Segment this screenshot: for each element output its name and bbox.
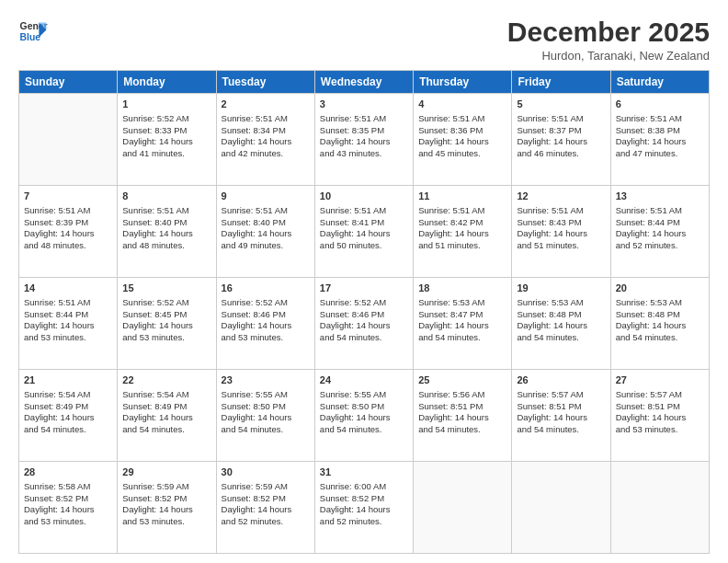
day-info-line: Daylight: 14 hours (320, 504, 408, 516)
day-info-line: and 53 minutes. (122, 516, 210, 528)
day-info-line: and 52 minutes. (320, 516, 408, 528)
day-info-line: and 53 minutes. (24, 516, 112, 528)
day-number: 4 (418, 98, 506, 111)
day-info-line: Sunset: 8:38 PM (616, 125, 704, 137)
day-info-line: Sunrise: 5:51 AM (222, 113, 310, 125)
day-info-line: Sunset: 8:34 PM (222, 125, 310, 137)
day-info-line: Daylight: 14 hours (320, 412, 408, 424)
day-info-line: Sunset: 8:48 PM (616, 309, 704, 321)
day-info-line: Sunset: 8:45 PM (122, 309, 210, 321)
day-info-line: Sunset: 8:40 PM (222, 217, 310, 229)
day-info-line: Sunset: 8:44 PM (24, 309, 112, 321)
calendar-cell: 7Sunrise: 5:51 AMSunset: 8:39 PMDaylight… (19, 186, 118, 278)
calendar-cell: 14Sunrise: 5:51 AMSunset: 8:44 PMDayligh… (19, 278, 118, 370)
day-number: 15 (122, 282, 210, 295)
day-info-line: and 54 minutes. (24, 424, 112, 436)
calendar-cell: 22Sunrise: 5:54 AMSunset: 8:49 PMDayligh… (118, 370, 216, 462)
day-info-line: and 52 minutes. (222, 516, 310, 528)
day-number: 19 (517, 282, 605, 295)
day-info-line: Daylight: 14 hours (320, 228, 408, 240)
day-info-line: Sunset: 8:51 PM (418, 401, 506, 413)
day-info-line: and 43 minutes. (320, 148, 408, 160)
day-info-line: Daylight: 14 hours (517, 412, 605, 424)
day-number: 28 (24, 465, 112, 479)
day-info-line: Sunrise: 5:55 AM (320, 389, 408, 401)
day-number: 29 (122, 465, 210, 479)
day-number: 7 (24, 190, 112, 203)
day-info-line: Sunset: 8:44 PM (616, 217, 704, 229)
day-info-line: Sunset: 8:33 PM (122, 125, 210, 137)
day-info-line: Sunrise: 5:51 AM (517, 113, 605, 125)
day-info-line: and 54 minutes. (320, 424, 408, 436)
day-info-line: Sunset: 8:36 PM (418, 125, 506, 137)
day-info-line: and 50 minutes. (320, 240, 408, 252)
day-info-line: Sunset: 8:49 PM (122, 401, 210, 413)
page-subtitle: Hurdon, Taranaki, New Zealand (507, 49, 710, 63)
weekday-header-sunday: Sunday (19, 71, 118, 94)
weekday-header-saturday: Saturday (610, 71, 709, 94)
calendar-cell: 26Sunrise: 5:57 AMSunset: 8:51 PMDayligh… (512, 370, 610, 462)
day-info-line: Sunset: 8:51 PM (616, 401, 704, 413)
calendar-cell: 31Sunrise: 6:00 AMSunset: 8:52 PMDayligh… (314, 462, 413, 554)
day-number: 17 (320, 282, 408, 295)
day-number: 21 (24, 373, 112, 387)
day-number: 10 (320, 190, 408, 203)
day-info-line: Sunrise: 5:59 AM (222, 481, 310, 493)
day-info-line: Sunset: 8:50 PM (222, 401, 310, 413)
day-info-line: and 51 minutes. (418, 240, 506, 252)
calendar-table: SundayMondayTuesdayWednesdayThursdayFrid… (18, 70, 710, 554)
day-number: 8 (122, 190, 210, 203)
calendar-cell (414, 462, 512, 554)
day-info-line: Daylight: 14 hours (222, 228, 310, 240)
day-info-line: Sunrise: 5:57 AM (616, 389, 704, 401)
day-number: 11 (418, 190, 506, 203)
day-info-line: Sunset: 8:37 PM (517, 125, 605, 137)
day-info-line: Daylight: 14 hours (222, 412, 310, 424)
calendar-cell: 20Sunrise: 5:53 AMSunset: 8:48 PMDayligh… (610, 278, 709, 370)
day-info-line: and 54 minutes. (517, 332, 605, 344)
calendar-cell: 11Sunrise: 5:51 AMSunset: 8:42 PMDayligh… (414, 186, 512, 278)
day-info-line: Sunset: 8:52 PM (24, 493, 112, 505)
day-info-line: Sunrise: 5:53 AM (616, 297, 704, 309)
day-info-line: Daylight: 14 hours (320, 136, 408, 148)
calendar-cell: 2Sunrise: 5:51 AMSunset: 8:34 PMDaylight… (216, 94, 314, 186)
day-info-line: Sunrise: 5:54 AM (24, 389, 112, 401)
day-info-line: Sunrise: 5:52 AM (222, 297, 310, 309)
day-info-line: and 54 minutes. (122, 424, 210, 436)
calendar-cell: 18Sunrise: 5:53 AMSunset: 8:47 PMDayligh… (414, 278, 512, 370)
day-info-line: Sunrise: 5:51 AM (418, 205, 506, 217)
weekday-header-friday: Friday (512, 71, 610, 94)
calendar-cell (610, 462, 709, 554)
weekday-header-thursday: Thursday (414, 71, 512, 94)
day-info-line: and 54 minutes. (418, 332, 506, 344)
day-info-line: Daylight: 14 hours (222, 136, 310, 148)
day-number: 30 (222, 465, 310, 479)
day-number: 27 (616, 373, 704, 387)
day-info-line: and 54 minutes. (418, 424, 506, 436)
calendar-cell (19, 94, 118, 186)
day-number: 5 (517, 98, 605, 111)
day-info-line: Sunset: 8:40 PM (122, 217, 210, 229)
page-title: December 2025 (507, 17, 710, 47)
calendar-week-row: 28Sunrise: 5:58 AMSunset: 8:52 PMDayligh… (19, 462, 710, 554)
day-info-line: Sunrise: 5:57 AM (517, 389, 605, 401)
day-info-line: Sunrise: 5:52 AM (320, 297, 408, 309)
calendar-cell (512, 462, 610, 554)
day-info-line: Sunset: 8:52 PM (122, 493, 210, 505)
day-number: 3 (320, 98, 408, 111)
day-info-line: Sunrise: 5:58 AM (24, 481, 112, 493)
calendar-cell: 28Sunrise: 5:58 AMSunset: 8:52 PMDayligh… (19, 462, 118, 554)
day-info-line: Sunset: 8:41 PM (320, 217, 408, 229)
day-info-line: Sunrise: 5:51 AM (418, 113, 506, 125)
day-info-line: Daylight: 14 hours (517, 228, 605, 240)
calendar-cell: 30Sunrise: 5:59 AMSunset: 8:52 PMDayligh… (216, 462, 314, 554)
calendar-header-row: SundayMondayTuesdayWednesdayThursdayFrid… (19, 71, 710, 94)
calendar-week-row: 1Sunrise: 5:52 AMSunset: 8:33 PMDaylight… (19, 94, 710, 186)
calendar-cell: 9Sunrise: 5:51 AMSunset: 8:40 PMDaylight… (216, 186, 314, 278)
weekday-header-tuesday: Tuesday (216, 71, 314, 94)
day-info-line: Sunrise: 5:59 AM (122, 481, 210, 493)
day-info-line: Sunrise: 5:51 AM (122, 205, 210, 217)
day-info-line: Daylight: 14 hours (616, 412, 704, 424)
day-info-line: Daylight: 14 hours (418, 228, 506, 240)
day-info-line: and 51 minutes. (517, 240, 605, 252)
